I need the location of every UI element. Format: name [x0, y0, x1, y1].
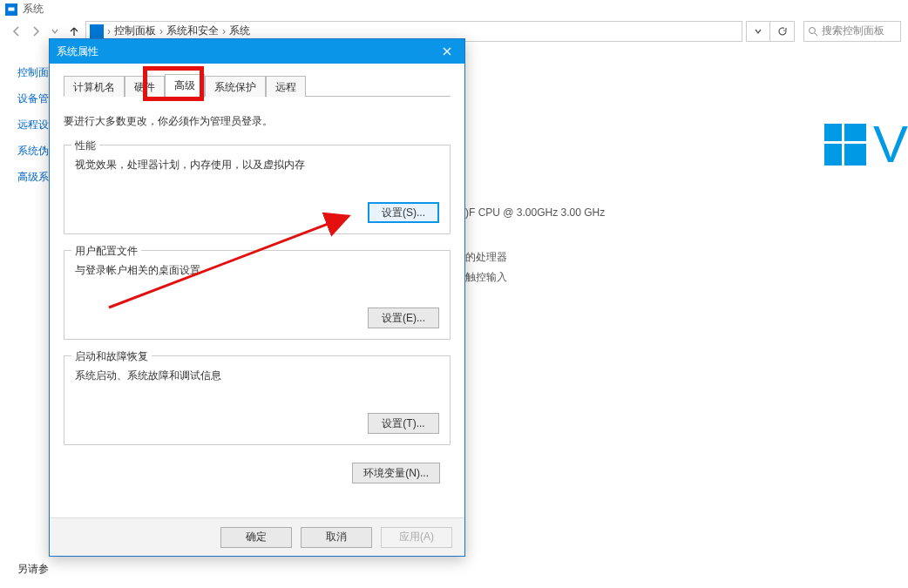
group-desc: 与登录帐户相关的桌面设置: [75, 263, 439, 278]
windows-logo-icon: [824, 124, 866, 166]
tab-system-protection[interactable]: 系统保护: [205, 76, 266, 97]
cancel-button[interactable]: 取消: [301, 527, 372, 548]
performance-settings-button[interactable]: 设置(S)...: [368, 202, 439, 223]
system-properties-dialog: 系统属性 计算机名 硬件 高级 系统保护 远程 要进行大多数更改，你必须作为管理…: [49, 38, 465, 557]
user-profiles-settings-button[interactable]: 设置(E)...: [368, 308, 439, 328]
touch-text-fragment: 触控输入: [465, 270, 507, 285]
group-user-profiles: 用户配置文件 与登录帐户相关的桌面设置 设置(E)...: [64, 250, 451, 340]
dialog-title: 系统属性: [57, 44, 98, 59]
breadcrumb-item[interactable]: 系统: [229, 24, 250, 38]
tab-strip: 计算机名 硬件 高级 系统保护 远程: [64, 74, 451, 97]
tab-hardware[interactable]: 硬件: [125, 76, 165, 97]
tab-remote[interactable]: 远程: [266, 76, 306, 97]
svg-rect-0: [8, 7, 15, 11]
os-letter: V: [873, 118, 908, 171]
chevron-right-icon: ›: [107, 25, 111, 37]
system-icon: [5, 3, 17, 16]
refresh-button[interactable]: [770, 21, 795, 42]
control-panel-icon: [90, 24, 104, 38]
group-legend: 启动和故障恢复: [71, 349, 152, 364]
ok-button[interactable]: 确定: [220, 527, 292, 548]
close-icon: [442, 46, 452, 57]
svg-point-1: [810, 27, 816, 33]
breadcrumb-item[interactable]: 系统和安全: [166, 24, 219, 38]
admin-note: 要进行大多数更改，你必须作为管理员登录。: [64, 114, 451, 129]
chevron-down-icon[interactable]: [47, 24, 63, 39]
group-legend: 性能: [71, 139, 99, 153]
window-title: 系统: [23, 2, 44, 17]
breadcrumb-item[interactable]: 控制面板: [114, 24, 156, 38]
nav-up-icon[interactable]: [66, 24, 82, 39]
group-desc: 系统启动、系统故障和调试信息: [75, 368, 439, 383]
search-input[interactable]: 搜索控制面板: [803, 21, 901, 42]
group-performance: 性能 视觉效果，处理器计划，内存使用，以及虚拟内存 设置(S)...: [64, 145, 451, 234]
nav-back-icon[interactable]: [9, 24, 24, 39]
chevron-right-icon: ›: [159, 25, 163, 37]
see-also-label: 另请参: [17, 562, 70, 577]
search-placeholder: 搜索控制面板: [822, 24, 884, 38]
startup-recovery-settings-button[interactable]: 设置(T)...: [368, 413, 439, 434]
environment-variables-button[interactable]: 环境变量(N)...: [352, 463, 440, 483]
bc-dropdown-button[interactable]: [746, 21, 770, 42]
group-startup-recovery: 启动和故障恢复 系统启动、系统故障和调试信息 设置(T)...: [64, 355, 451, 445]
tab-advanced[interactable]: 高级: [165, 74, 205, 98]
apply-button: 应用(A): [381, 527, 452, 548]
nav-forward-icon[interactable]: [28, 24, 44, 39]
proc-text-fragment: 的处理器: [465, 250, 507, 265]
close-button[interactable]: [430, 39, 464, 64]
tab-computer-name[interactable]: 计算机名: [64, 76, 125, 97]
cpu-text-fragment: )F CPU @ 3.00GHz 3.00 GHz: [465, 206, 605, 219]
search-icon: [808, 26, 818, 37]
chevron-right-icon: ›: [222, 25, 226, 37]
group-legend: 用户配置文件: [71, 244, 141, 259]
group-desc: 视觉效果，处理器计划，内存使用，以及虚拟内存: [75, 158, 439, 172]
